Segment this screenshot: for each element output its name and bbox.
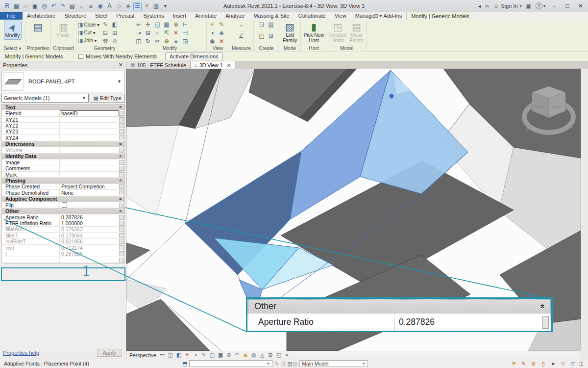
- property-row[interactable]: Phase Created Project Completion »: [2, 184, 124, 190]
- property-row[interactable]: Image »: [2, 159, 124, 165]
- analytical-model-icon[interactable]: ◬: [259, 352, 266, 358]
- ribbon-tab[interactable]: File: [0, 12, 23, 20]
- select-toggle-icon[interactable]: ➤: [549, 361, 557, 367]
- wall-joins-icon[interactable]: ⊟: [101, 29, 109, 37]
- unjoin-icon[interactable]: ⊘: [111, 37, 119, 45]
- scale-icon[interactable]: ⇱: [163, 29, 171, 37]
- lock-orientation-icon[interactable]: ⊘: [225, 352, 232, 358]
- collapse-chevron-icon[interactable]: »: [118, 155, 123, 158]
- associate-param-button[interactable]: [119, 148, 124, 153]
- collapse-chevron-icon[interactable]: »: [118, 143, 123, 146]
- customize-qat-icon[interactable]: ▾: [161, 2, 170, 10]
- worksets-dialog-icon[interactable]: ▤: [287, 361, 292, 367]
- offset-icon[interactable]: ⇥: [135, 29, 143, 37]
- help-button[interactable]: ? ▾: [536, 2, 545, 9]
- property-row[interactable]: t 0.287826 »: [2, 251, 124, 257]
- collapse-chevron-icon[interactable]: »: [118, 179, 123, 182]
- associate-param-button[interactable]: [119, 129, 124, 134]
- mirror-icon[interactable]: ◫: [135, 37, 143, 45]
- measure-icon[interactable]: ↔: [77, 2, 86, 10]
- associate-param-button[interactable]: [119, 251, 124, 256]
- associate-param-button[interactable]: [119, 239, 124, 244]
- maximize-button[interactable]: □: [563, 2, 572, 9]
- gear-icon[interactable]: ⚙: [559, 361, 566, 367]
- split-icon[interactable]: ✂: [153, 37, 161, 45]
- minimize-button[interactable]: –: [550, 2, 559, 9]
- worksharing-display-icon[interactable]: ⚑: [510, 361, 517, 367]
- editable-elements-icon[interactable]: ✎: [274, 361, 279, 367]
- property-row[interactable]: ElemId baseID »: [2, 110, 124, 116]
- moves-with-nearby-checkbox[interactable]: Moves With Nearby Elements: [74, 52, 162, 61]
- save-icon[interactable]: ▣: [31, 2, 39, 10]
- close-hidden-windows-icon[interactable]: ×: [143, 2, 151, 10]
- demolish-icon[interactable]: ⚒: [101, 37, 109, 45]
- cut-tool[interactable]: ◨Cut ▾: [78, 28, 99, 36]
- join-geometry-icon[interactable]: ◲: [181, 37, 189, 45]
- collapse-chevron-icon[interactable]: »: [118, 198, 123, 201]
- ribbon-tab[interactable]: Structure: [60, 12, 91, 20]
- property-row[interactable]: filletT 0.178044 »: [2, 233, 124, 238]
- associate-param-button[interactable]: [119, 111, 124, 116]
- apply-button[interactable]: Apply: [97, 349, 122, 357]
- activate-dimensions-button[interactable]: Activate Dimensions: [165, 53, 223, 60]
- type-selector[interactable]: ROOF-PANEL-4PT ▼: [1, 71, 125, 92]
- property-row[interactable]: ETFE Inflation Ratio 1.000000 »: [2, 220, 124, 226]
- property-row[interactable]: filletArc 0.176263 »: [2, 227, 124, 233]
- sun-path-icon[interactable]: ☀: [184, 352, 191, 358]
- create-assembly-icon[interactable]: ⊞: [267, 32, 275, 40]
- view-scale-icon[interactable]: ▭: [159, 352, 166, 358]
- property-row[interactable]: XYZ3 »: [2, 129, 124, 135]
- close-button[interactable]: ✕: [576, 2, 585, 9]
- associate-param-button[interactable]: [119, 190, 124, 195]
- associate-param-button[interactable]: [119, 160, 124, 165]
- property-row[interactable]: XYZ2 »: [2, 123, 124, 129]
- ribbon-tab[interactable]: Collaborate: [294, 12, 330, 20]
- cope-tool[interactable]: ◨Cope ▾: [78, 21, 99, 28]
- detail-level-icon[interactable]: ◫: [167, 352, 174, 358]
- array-icon[interactable]: ▦: [163, 21, 171, 28]
- measure-along-icon[interactable]: ∠: [238, 32, 245, 40]
- property-row[interactable]: Other »: [2, 208, 124, 214]
- modify-button[interactable]: ➤ Modify: [4, 21, 22, 40]
- tab-3d-view-1[interactable]: ⌂ 3D View 1 ✕: [191, 61, 236, 69]
- text-icon[interactable]: A: [105, 2, 114, 10]
- property-row[interactable]: Identity Data »: [2, 154, 124, 159]
- sync-icon[interactable]: ◎: [40, 2, 49, 10]
- associate-param-button[interactable]: [119, 245, 124, 250]
- associate-param-button[interactable]: [119, 215, 124, 220]
- workset-combobox[interactable]: ▼: [189, 360, 272, 367]
- displaced-elements-icon[interactable]: ◰: [275, 352, 282, 358]
- default-3d-view-icon[interactable]: ◇: [115, 2, 123, 10]
- ribbon-tab[interactable]: Steel: [91, 12, 112, 20]
- tab-etfe-schedule[interactable]: ▦ 105 - ETFE Schedule: [126, 61, 191, 69]
- join-tool[interactable]: ◨Join ▾: [78, 36, 99, 44]
- paste-button[interactable]: ▥ Paste: [55, 21, 73, 39]
- filter-icon[interactable]: ▽: [569, 361, 576, 367]
- pinned-elements-icon[interactable]: ⊕: [530, 361, 537, 367]
- switch-windows-icon[interactable]: ▥: [152, 2, 160, 10]
- gray-inactive-icon[interactable]: ▥: [293, 361, 297, 367]
- window-icon[interactable]: ▦: [12, 2, 21, 10]
- ribbon-tab[interactable]: Modify | Generic Models: [406, 12, 474, 20]
- split-face-icon[interactable]: ◧: [111, 21, 119, 28]
- pin-icon[interactable]: ⊕: [163, 37, 171, 45]
- pick-new-host-button[interactable]: ▮ Pick New Host: [303, 21, 325, 44]
- associate-param-button[interactable]: [119, 221, 124, 226]
- property-row[interactable]: »: [2, 257, 124, 263]
- extend-icon[interactable]: ⊣: [181, 29, 189, 37]
- sketchy-lines-icon[interactable]: ✎: [200, 352, 207, 358]
- revit-logo[interactable]: R: [3, 2, 11, 10]
- associate-param-button[interactable]: [119, 117, 124, 122]
- reveal-hidden-icon[interactable]: ◙: [242, 352, 249, 358]
- search-binoculars-icon[interactable]: ∞: [485, 3, 489, 9]
- design-options-icon[interactable]: ✎: [520, 361, 527, 367]
- camera-icon[interactable]: ◉: [208, 37, 216, 45]
- temporary-hide-icon[interactable]: ◠: [234, 352, 241, 358]
- ribbon-tab[interactable]: Insert: [169, 12, 191, 20]
- measure-between-icon[interactable]: ↔: [238, 21, 245, 28]
- associate-param-button[interactable]: [119, 123, 124, 128]
- section-icon[interactable]: ◈: [124, 2, 132, 10]
- unpin-icon[interactable]: ⊗: [172, 21, 180, 28]
- bulb-icon[interactable]: ☀: [208, 21, 216, 28]
- ribbon-tab[interactable]: Annotate: [191, 12, 221, 20]
